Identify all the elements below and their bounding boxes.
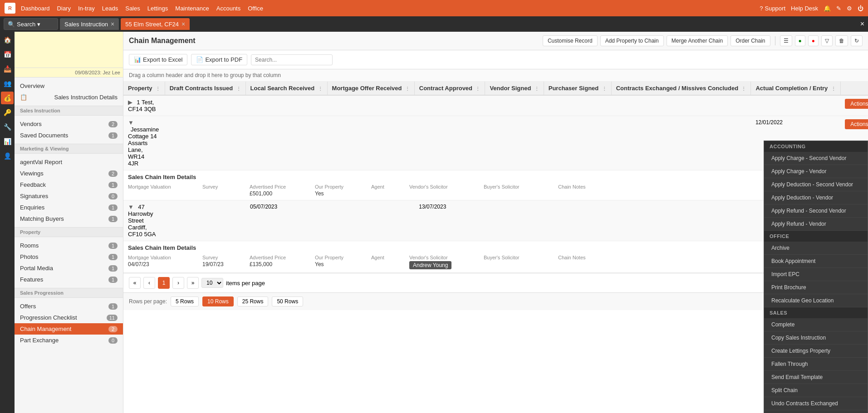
- row2-actions-button[interactable]: Actions: [845, 119, 868, 129]
- nav-item-agentval[interactable]: agentVal Report: [15, 156, 123, 168]
- nav-item-matching-buyers[interactable]: Matching Buyers 1: [15, 213, 123, 224]
- sidebar-icon-graph[interactable]: 📊: [1, 135, 14, 148]
- th-purchaser-menu[interactable]: ⋮: [602, 86, 607, 91]
- customise-record-button[interactable]: Customise Record: [543, 35, 598, 46]
- filter-button[interactable]: ▽: [821, 35, 833, 46]
- nav-intray[interactable]: In-tray: [78, 5, 95, 12]
- refresh-button[interactable]: ↻: [851, 35, 863, 46]
- bell-icon[interactable]: 🔔: [824, 5, 831, 12]
- settings-icon[interactable]: ⚙: [847, 5, 852, 12]
- row3-expand[interactable]: ▼: [128, 204, 134, 210]
- th-approved-menu[interactable]: ⋮: [476, 86, 480, 91]
- dropdown-item-undo-contracts[interactable]: Undo Contracts Exchanged: [764, 397, 868, 410]
- dropdown-item-withdrawn[interactable]: Withdrawn: [764, 410, 868, 413]
- dropdown-item-apply-deduction-vendor[interactable]: Apply Deduction - Vendor: [764, 191, 868, 204]
- nav-item-features[interactable]: Features 1: [15, 274, 123, 285]
- sidebar-icon-wrench[interactable]: 🔧: [1, 121, 14, 133]
- dropdown-item-apply-refund-vendor[interactable]: Apply Refund - Vendor: [764, 218, 868, 231]
- tab-sales-instruction[interactable]: Sales Instruction ×: [60, 18, 119, 30]
- help-desk-label[interactable]: Help Desk: [791, 5, 818, 12]
- nav-item-portal-media[interactable]: Portal Media 1: [15, 262, 123, 274]
- clear-button[interactable]: 🗑: [835, 35, 848, 46]
- dropdown-item-print-brochure[interactable]: Print Brochure: [764, 281, 868, 294]
- th-local-menu[interactable]: ⋮: [318, 86, 323, 91]
- nav-diary[interactable]: Diary: [57, 5, 71, 12]
- dropdown-item-recalculate[interactable]: Recalculate Geo Location: [764, 294, 868, 307]
- search-input[interactable]: [251, 54, 333, 65]
- per-page-select[interactable]: 10 25 50: [201, 278, 223, 288]
- rows-5-button[interactable]: 5 Rows: [171, 296, 199, 306]
- sidebar-icon-user[interactable]: 👤: [1, 150, 14, 162]
- page-prev-button[interactable]: ‹: [143, 277, 155, 289]
- row1-actions-button[interactable]: Actions: [845, 99, 868, 109]
- tab-55-elm[interactable]: 55 Elm Street, CF24 ×: [121, 18, 190, 30]
- page-first-button[interactable]: «: [129, 277, 141, 289]
- th-property-menu[interactable]: ⋮: [156, 86, 160, 91]
- nav-accounts[interactable]: Accounts: [216, 5, 240, 12]
- sidebar-icon-key[interactable]: 🔑: [1, 106, 14, 119]
- dropdown-item-import-epc[interactable]: Import EPC: [764, 268, 868, 281]
- nav-item-chain-management[interactable]: Chain Management 2: [15, 323, 123, 335]
- dropdown-item-apply-charge-vendor[interactable]: Apply Charge - Vendor: [764, 165, 868, 178]
- order-chain-button[interactable]: Order Chain: [731, 35, 770, 46]
- power-icon[interactable]: ⏻: [858, 5, 863, 12]
- tab-sales-instruction-close[interactable]: ×: [111, 21, 114, 27]
- search-chevron[interactable]: ▾: [37, 21, 40, 28]
- merge-chain-button[interactable]: Merge Another Chain: [667, 35, 728, 46]
- nav-item-saved-docs[interactable]: Saved Documents 1: [15, 130, 123, 141]
- grid-view-button[interactable]: ☰: [780, 35, 792, 46]
- nav-item-photos[interactable]: Photos 1: [15, 251, 123, 262]
- nav-sales[interactable]: Sales: [125, 5, 140, 12]
- rows-10-button[interactable]: 10 Rows: [202, 296, 234, 306]
- search-box[interactable]: 🔍 Search ▾: [4, 18, 58, 30]
- nav-item-feedback[interactable]: Feedback 1: [15, 179, 123, 190]
- nav-item-enquiries[interactable]: Enquiries 1: [15, 202, 123, 213]
- nav-item-vendors[interactable]: Vendors 2: [15, 118, 123, 130]
- edit-icon[interactable]: ✎: [836, 5, 841, 12]
- dropdown-item-fallen-through[interactable]: Fallen Through: [764, 358, 868, 371]
- page-last-button[interactable]: »: [187, 277, 199, 289]
- nav-leads[interactable]: Leads: [102, 5, 118, 12]
- nav-maintenance[interactable]: Maintenance: [175, 5, 209, 12]
- dropdown-item-split-chain[interactable]: Split Chain: [764, 384, 868, 397]
- page-1-button[interactable]: 1: [158, 277, 170, 289]
- export-pdf-button[interactable]: 📄 Export to PDF: [191, 54, 247, 65]
- rows-50-button[interactable]: 50 Rows: [272, 296, 303, 306]
- dropdown-item-apply-deduction-second[interactable]: Apply Deduction - Second Vendor: [764, 178, 868, 191]
- nav-item-viewings[interactable]: Viewings 2: [15, 168, 123, 179]
- page-next-button[interactable]: ›: [172, 277, 184, 289]
- nav-dashboard[interactable]: Dashboard: [21, 5, 50, 12]
- nav-item-overview[interactable]: Overview: [15, 80, 123, 92]
- add-property-button[interactable]: Add Property to Chain: [600, 35, 664, 46]
- dropdown-item-archive[interactable]: Archive: [764, 242, 868, 255]
- nav-office[interactable]: Office: [248, 5, 263, 12]
- tab-55-elm-close[interactable]: ×: [181, 21, 185, 27]
- th-draft-menu[interactable]: ⋮: [236, 86, 241, 91]
- green-dot-button[interactable]: ●: [795, 35, 805, 46]
- dropdown-item-apply-refund-second[interactable]: Apply Refund - Second Vendor: [764, 204, 868, 218]
- nav-item-sales-instruction-details[interactable]: 📋 Sales Instruction Details: [15, 92, 123, 103]
- red-dot-button[interactable]: ●: [808, 35, 819, 46]
- dropdown-item-create-lettings[interactable]: Create Lettings Property: [764, 345, 868, 358]
- tab-bar-close[interactable]: ×: [860, 20, 864, 28]
- th-completion-menu[interactable]: ⋮: [831, 86, 836, 91]
- dropdown-item-book-appointment[interactable]: Book Appointment: [764, 255, 868, 268]
- sidebar-icon-sales[interactable]: 💰: [1, 92, 14, 104]
- dropdown-item-copy-sales[interactable]: Copy Sales Instruction: [764, 331, 868, 345]
- dropdown-item-apply-charge-second[interactable]: Apply Charge - Second Vendor: [764, 152, 868, 165]
- export-excel-button[interactable]: 📊 Export to Excel: [129, 54, 187, 65]
- th-exchanged-menu[interactable]: ⋮: [741, 86, 746, 91]
- th-vendor-menu[interactable]: ⋮: [535, 86, 539, 91]
- sidebar-icon-people[interactable]: 👥: [1, 77, 14, 90]
- rows-25-button[interactable]: 25 Rows: [237, 296, 269, 306]
- dropdown-item-complete[interactable]: Complete: [764, 318, 868, 331]
- th-mortgage-menu[interactable]: ⋮: [405, 86, 410, 91]
- nav-item-offers[interactable]: Offers 1: [15, 301, 123, 312]
- sidebar-icon-calendar[interactable]: 📅: [1, 48, 14, 61]
- nav-item-part-exchange[interactable]: Part Exchange 0: [15, 335, 123, 346]
- nav-item-progression-checklist[interactable]: Progression Checklist 11: [15, 312, 123, 323]
- row2-expand[interactable]: ▼: [128, 119, 134, 126]
- nav-item-rooms[interactable]: Rooms 1: [15, 240, 123, 251]
- sidebar-icon-home[interactable]: 🏠: [1, 34, 14, 46]
- dropdown-item-send-email[interactable]: Send Email Template: [764, 371, 868, 384]
